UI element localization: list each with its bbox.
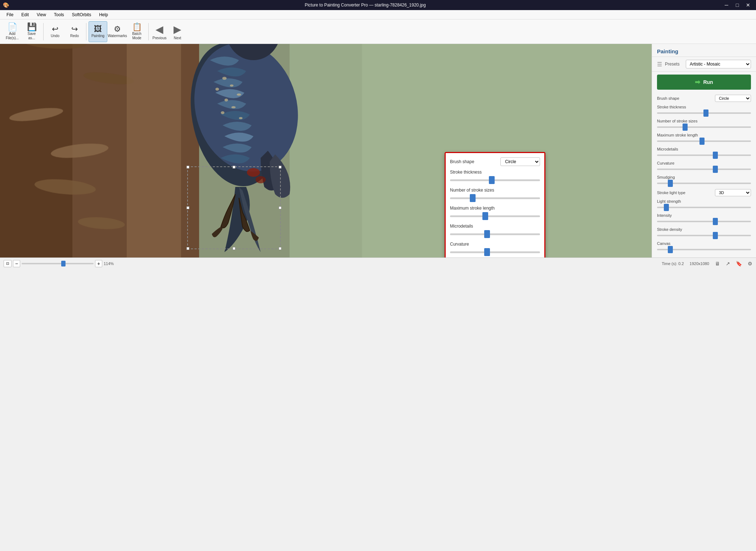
zoom-fit-button[interactable]: ⊡: [4, 260, 12, 267]
run-label: Run: [703, 79, 713, 85]
max-stroke-length-track: [657, 140, 751, 142]
stroke-density-thumb[interactable]: [713, 232, 718, 239]
menu-tools[interactable]: Tools: [50, 11, 68, 18]
intensity-slider[interactable]: [657, 219, 751, 224]
num-stroke-sizes-row: Number of stroke sizes: [657, 119, 751, 130]
minimize-button[interactable]: ─: [721, 1, 732, 9]
run-arrow-icon: ➡: [695, 78, 700, 86]
smudging-row: Smudging: [657, 175, 751, 186]
stroke-density-slider[interactable]: [657, 233, 751, 238]
popup-microdetails-thumb[interactable]: [484, 230, 490, 238]
share-icon[interactable]: ↗: [726, 261, 730, 266]
curvature-thumb[interactable]: [713, 166, 718, 173]
painting-label: Painting: [91, 34, 104, 38]
zoom-in-button[interactable]: +: [95, 260, 102, 267]
canvas-thumb[interactable]: [668, 246, 673, 253]
watermarks-button[interactable]: ⚙ Watermarks: [108, 21, 127, 42]
menu-view[interactable]: View: [33, 11, 50, 18]
light-strength-slider[interactable]: [657, 205, 751, 210]
canvas-image: [0, 44, 652, 257]
menu-help[interactable]: Help: [95, 11, 112, 18]
smudging-slider[interactable]: [657, 180, 751, 186]
batch-icon: 📋: [132, 23, 142, 31]
max-stroke-length-row: Maximum stroke length: [657, 133, 751, 144]
next-label: Next: [174, 36, 181, 40]
canvas-area[interactable]: Brush shape Circle Square Oval Stroke th…: [0, 44, 652, 257]
next-button[interactable]: ▶ Next: [169, 21, 186, 42]
batch-label: BatchMode: [132, 32, 141, 40]
popup-stroke-thickness-row: Stroke thickness: [450, 170, 540, 184]
svg-point-16: [222, 77, 226, 80]
popup-microdetails-label: Microdetails: [450, 224, 540, 229]
popup-num-stroke-sizes-thumb[interactable]: [470, 194, 476, 202]
status-right: Time (s): 0.2 1920x1080 🖥 ↗ 🔖 ⚙: [662, 261, 752, 266]
bookmark-icon[interactable]: 🔖: [736, 261, 742, 266]
smudging-track: [657, 183, 751, 184]
zoom-level: 114%: [104, 261, 117, 266]
menu-bar: File Edit View Tools SoftOrbits Help: [0, 10, 756, 19]
batch-mode-button[interactable]: 📋 BatchMode: [127, 21, 146, 42]
popup-brush-shape-row: Brush shape Circle Square Oval: [450, 157, 540, 166]
add-files-label: AddFile(s)...: [6, 32, 19, 40]
resolution-label: 1920x1080: [690, 261, 709, 266]
zoom-slider-track: [22, 263, 94, 264]
main-content: Brush shape Circle Square Oval Stroke th…: [0, 44, 756, 257]
intensity-thumb[interactable]: [713, 218, 718, 225]
previous-button[interactable]: ◀ Previous: [151, 21, 168, 42]
smudging-label: Smudging: [657, 175, 675, 179]
menu-softorbits[interactable]: SoftOrbits: [68, 11, 95, 18]
undo-button[interactable]: ↩ Undo: [46, 21, 64, 42]
popup-stroke-thickness-thumb[interactable]: [489, 176, 495, 184]
popup-max-stroke-length-row: Maximum stroke length: [450, 206, 540, 220]
maximize-button[interactable]: □: [732, 1, 742, 9]
stroke-light-type-row: Stroke light type 3D 2D None: [657, 189, 751, 196]
stroke-thickness-thumb[interactable]: [703, 109, 708, 117]
presets-select[interactable]: Artistic - Mosaic Classic Oil Watercolor…: [686, 60, 751, 68]
stroke-light-type-select[interactable]: 3D 2D None: [715, 189, 751, 196]
painting-icon: 🖼: [94, 25, 102, 33]
brush-shape-select[interactable]: Circle Square Oval Star: [715, 95, 751, 102]
separator-1: [43, 23, 44, 40]
popup-brush-shape-select[interactable]: Circle Square Oval: [500, 157, 540, 166]
stroke-thickness-track: [657, 112, 751, 114]
presets-label: Presets: [665, 62, 683, 67]
microdetails-thumb[interactable]: [713, 152, 718, 159]
popup-max-stroke-length-label: Maximum stroke length: [450, 206, 540, 211]
close-button[interactable]: ✕: [743, 1, 753, 9]
toolbar: 📄 AddFile(s)... 💾 Saveas... ↩ Undo ↪ Red…: [0, 19, 756, 44]
curvature-slider[interactable]: [657, 166, 751, 172]
stroke-thickness-slider[interactable]: [657, 110, 751, 116]
window-controls: ─ □ ✕: [721, 1, 753, 9]
zoom-controls: ⊡ − + 114%: [4, 260, 117, 268]
smudging-thumb[interactable]: [668, 180, 673, 187]
max-stroke-length-slider[interactable]: [657, 138, 751, 144]
zoom-slider-thumb[interactable]: [61, 261, 66, 266]
microdetails-slider[interactable]: [657, 152, 751, 158]
popup-brush-shape-label: Brush shape: [450, 159, 474, 164]
svg-point-18: [215, 88, 219, 91]
settings-section: Brush shape Circle Square Oval Star Stro…: [652, 93, 756, 257]
save-icon: 💾: [27, 23, 37, 31]
popup-stroke-thickness-track: [450, 179, 540, 181]
canvas-slider[interactable]: [657, 247, 751, 252]
num-stroke-sizes-slider[interactable]: [657, 124, 751, 130]
num-stroke-sizes-thumb[interactable]: [683, 124, 688, 131]
zoom-out-button[interactable]: −: [13, 260, 20, 267]
painting-button[interactable]: 🖼 Painting: [89, 21, 107, 42]
popup-max-stroke-length-thumb[interactable]: [482, 212, 488, 220]
intensity-row: Intensity: [657, 213, 751, 224]
light-strength-thumb[interactable]: [664, 204, 669, 211]
add-files-button[interactable]: 📄 AddFile(s)...: [3, 21, 22, 42]
redo-button[interactable]: ↪ Redo: [65, 21, 84, 42]
watermarks-icon: ⚙: [114, 25, 121, 33]
run-button[interactable]: ➡ Run: [657, 75, 751, 90]
popup-num-stroke-sizes-label: Number of stroke sizes: [450, 188, 540, 193]
svg-point-21: [231, 106, 236, 108]
menu-file[interactable]: File: [3, 11, 17, 18]
popup-curvature-thumb[interactable]: [484, 248, 490, 256]
settings-icon[interactable]: ⚙: [748, 261, 752, 266]
max-stroke-length-thumb[interactable]: [699, 138, 705, 145]
popup-curvature-row: Curvature: [450, 242, 540, 256]
save-as-button[interactable]: 💾 Saveas...: [22, 21, 41, 42]
menu-edit[interactable]: Edit: [18, 11, 32, 18]
